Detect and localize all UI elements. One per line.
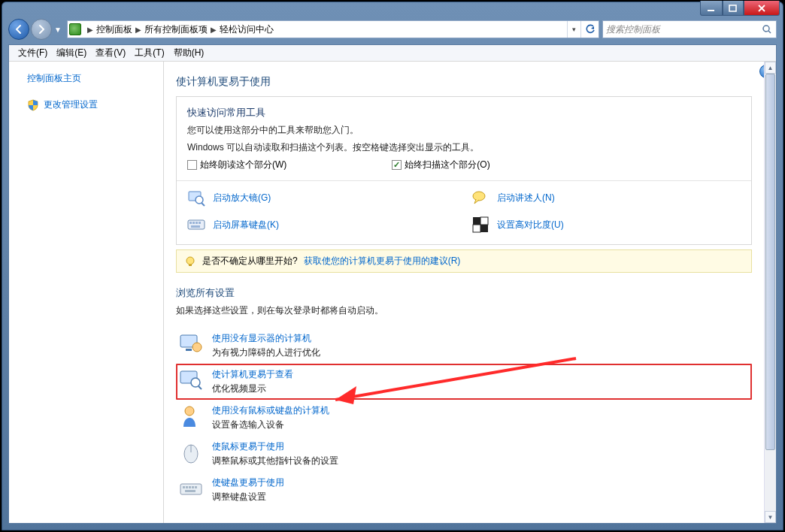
address-dropdown[interactable]: ▾ <box>567 21 580 38</box>
scroll-up-button[interactable]: ▲ <box>765 62 776 74</box>
svg-rect-15 <box>473 225 480 232</box>
tool-label: 启动放大镜(G) <box>213 192 271 204</box>
option-use-without-mouse-keyboard[interactable]: 使用没有鼠标或键盘的计算机 设置备选输入设备 <box>176 400 752 436</box>
client-area: 文件(F) 编辑(E) 查看(V) 工具(T) 帮助(H) 控制面板主页 更改管… <box>8 44 777 524</box>
option-easier-keyboard[interactable]: 使键盘更易于使用 调整键盘设置 <box>176 472 752 508</box>
checkbox-always-scan[interactable]: 始终扫描这个部分(O) <box>392 159 489 171</box>
svg-rect-31 <box>185 490 195 492</box>
svg-rect-25 <box>180 484 202 494</box>
search-icon[interactable] <box>758 21 776 38</box>
scroll-down-button[interactable]: ▼ <box>765 511 776 523</box>
vertical-scrollbar[interactable]: ▲ ▼ <box>764 62 776 523</box>
svg-rect-26 <box>183 486 185 488</box>
svg-rect-19 <box>186 349 192 351</box>
svg-point-23 <box>185 407 194 416</box>
svg-rect-6 <box>188 220 205 229</box>
sidebar-change-admin-settings[interactable]: 更改管理设置 <box>27 98 157 111</box>
page-title: 使计算机更易于使用 <box>176 75 752 89</box>
window-close-button[interactable] <box>744 1 780 16</box>
svg-rect-17 <box>189 264 192 266</box>
window-minimize-button[interactable] <box>700 1 723 16</box>
tool-label: 启动屏幕键盘(K) <box>213 219 279 231</box>
svg-rect-30 <box>195 486 197 488</box>
svg-point-2 <box>763 26 769 32</box>
quick-line1: 您可以使用这部分中的工具来帮助您入门。 <box>187 124 741 137</box>
window-maximize-button[interactable] <box>723 1 744 16</box>
address-bar[interactable]: ▶ 控制面板 ▶ 所有控制面板项 ▶ 轻松访问中心 ▾ <box>67 20 599 38</box>
contrast-icon <box>471 216 489 234</box>
content: ? 使计算机更易于使用 快速访问常用工具 您可以使用这部分中的工具来帮助您入门。… <box>164 62 776 523</box>
option-easier-to-see[interactable]: 使计算机更易于查看 优化视频显示 <box>176 364 752 400</box>
svg-point-20 <box>192 343 202 352</box>
titlebar <box>2 2 783 14</box>
tool-magnifier[interactable]: 启动放大镜(G) <box>187 189 456 207</box>
option-title[interactable]: 使键盘更易于使用 <box>212 476 284 489</box>
tool-label: 设置高对比度(U) <box>497 219 564 231</box>
svg-rect-27 <box>186 486 188 488</box>
lightbulb-icon <box>184 255 196 268</box>
menu-view[interactable]: 查看(V) <box>91 47 130 59</box>
option-desc: 优化视频显示 <box>212 382 293 395</box>
svg-rect-11 <box>191 225 200 228</box>
browse-heading: 浏览所有设置 <box>176 286 752 300</box>
keyboard-icon <box>179 476 203 500</box>
menu-tools[interactable]: 工具(T) <box>130 47 168 59</box>
svg-rect-8 <box>192 222 195 224</box>
svg-point-22 <box>191 378 200 387</box>
nav-back-button[interactable] <box>8 19 29 40</box>
tool-high-contrast[interactable]: 设置高对比度(U) <box>471 216 741 234</box>
menu-edit[interactable]: 编辑(E) <box>52 47 91 59</box>
checkbox-label: 始终扫描这个部分(O) <box>405 159 489 171</box>
quick-heading: 快速访问常用工具 <box>187 106 741 119</box>
option-desc: 为有视力障碍的人进行优化 <box>212 346 320 359</box>
sidebar-control-panel-home[interactable]: 控制面板主页 <box>27 72 157 85</box>
svg-point-5 <box>473 192 485 201</box>
svg-rect-1 <box>729 5 736 11</box>
tool-narrator[interactable]: 启动讲述人(N) <box>471 189 741 207</box>
option-desc: 调整键盘设置 <box>212 491 284 503</box>
option-title[interactable]: 使鼠标更易于使用 <box>212 440 338 453</box>
tool-onscreen-keyboard[interactable]: 启动屏幕键盘(K) <box>187 216 456 234</box>
tool-label: 启动讲述人(N) <box>497 192 555 204</box>
hint-link[interactable]: 获取使您的计算机更易于使用的建议(R) <box>304 255 461 268</box>
nav-history-dropdown[interactable]: ▼ <box>52 26 64 34</box>
shield-icon <box>27 99 39 111</box>
menu-help[interactable]: 帮助(H) <box>169 47 209 59</box>
breadcrumb-item[interactable]: 控制面板 <box>96 23 132 36</box>
monitor-magnify-icon <box>179 368 203 392</box>
keyboard-icon <box>187 216 205 234</box>
svg-rect-13 <box>480 225 488 232</box>
nav-forward-button[interactable] <box>31 19 52 40</box>
quick-access-box: 快速访问常用工具 您可以使用这部分中的工具来帮助您入门。 Windows 可以自… <box>176 96 752 245</box>
option-title[interactable]: 使用没有鼠标或键盘的计算机 <box>212 404 329 417</box>
search-input[interactable]: 搜索控制面板 <box>602 20 777 38</box>
checkbox-icon <box>187 160 197 170</box>
option-title[interactable]: 使计算机更易于查看 <box>212 368 293 381</box>
svg-rect-29 <box>192 486 194 488</box>
option-easier-mouse[interactable]: 使鼠标更易于使用 调整鼠标或其他指针设备的设置 <box>176 436 752 472</box>
checkbox-icon <box>392 160 402 170</box>
checkbox-always-read[interactable]: 始终朗读这个部分(W) <box>187 159 286 171</box>
option-title[interactable]: 使用没有显示器的计算机 <box>212 332 320 345</box>
scroll-track[interactable] <box>765 74 776 511</box>
option-desc: 调整鼠标或其他指针设备的设置 <box>212 455 338 467</box>
magnifier-icon <box>187 189 205 207</box>
breadcrumb-item[interactable]: 轻松访问中心 <box>220 23 274 36</box>
svg-rect-28 <box>189 486 191 488</box>
breadcrumb-item[interactable]: 所有控制面板项 <box>144 23 208 36</box>
monitor-blind-icon <box>179 332 203 356</box>
option-use-without-display[interactable]: 使用没有显示器的计算机 为有视力障碍的人进行优化 <box>176 328 752 364</box>
menu-file[interactable]: 文件(F) <box>14 47 52 59</box>
browse-subtext: 如果选择这些设置，则在每次登录时都将自动启动。 <box>176 304 752 317</box>
svg-rect-10 <box>199 222 201 224</box>
mouse-icon <box>179 440 203 464</box>
svg-point-16 <box>186 257 194 264</box>
option-desc: 设置备选输入设备 <box>212 419 329 431</box>
sidebar: 控制面板主页 更改管理设置 <box>9 62 164 523</box>
quick-line2: Windows 可以自动读取和扫描这个列表。按空格键选择突出显示的工具。 <box>187 141 741 154</box>
svg-rect-12 <box>473 217 480 225</box>
svg-rect-9 <box>195 222 198 224</box>
scroll-thumb[interactable] <box>765 74 775 450</box>
refresh-button[interactable] <box>580 21 599 38</box>
search-placeholder: 搜索控制面板 <box>603 23 758 36</box>
